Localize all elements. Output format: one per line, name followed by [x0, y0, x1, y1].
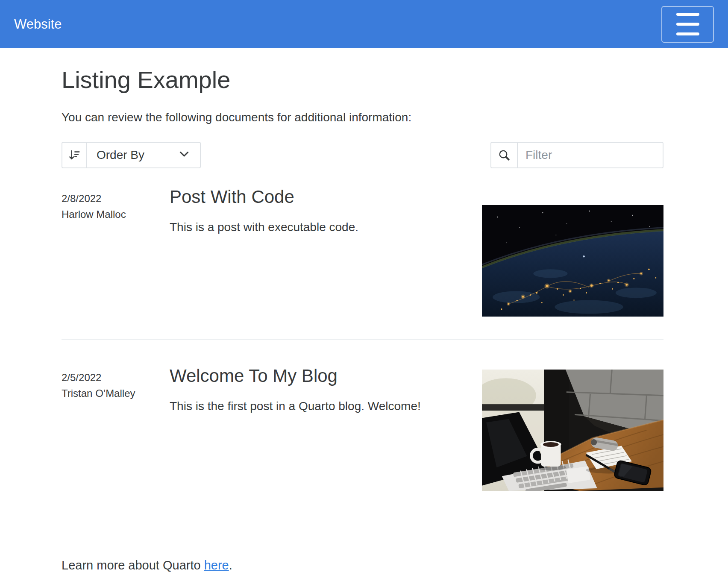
- post-description: This is the first post in a Quarto blog.…: [170, 395, 439, 417]
- post-title-link[interactable]: Welcome To My Blog: [170, 366, 338, 386]
- post-author: Tristan O’Malley: [62, 385, 170, 401]
- filter-group: [490, 142, 663, 168]
- post-author: Harlow Malloc: [62, 206, 170, 222]
- chevron-down-icon: [178, 147, 191, 163]
- sort-amount-down-icon: [62, 143, 87, 167]
- navbar-title[interactable]: Website: [14, 17, 62, 32]
- order-by-label: Order By: [97, 148, 144, 162]
- menu-toggle-button[interactable]: [661, 6, 714, 43]
- post-date: 2/5/2022: [62, 370, 170, 385]
- post-body: Welcome To My Blog This is the first pos…: [170, 366, 481, 417]
- hamburger-icon: [676, 13, 699, 35]
- footer-suffix: .: [229, 558, 232, 572]
- quarto-link[interactable]: here: [204, 558, 229, 572]
- earth-at-night-image: [482, 205, 663, 317]
- page-title: Listing Example: [62, 65, 663, 94]
- post-thumbnail-desk: [482, 370, 663, 491]
- post-description: This is a post with executable code.: [170, 216, 439, 238]
- list-item-welcome-to-my-blog: 2/5/2022 Tristan O’Malley Welcome To My …: [62, 339, 663, 491]
- desk-workspace-image: [482, 370, 663, 491]
- post-date: 2/8/2022: [62, 191, 170, 206]
- navbar: Website: [0, 0, 728, 48]
- post-title-link[interactable]: Post With Code: [170, 187, 294, 207]
- filter-input[interactable]: [518, 143, 663, 167]
- footer-text: Learn more about Quarto here.: [62, 558, 663, 572]
- magnifying-glass-icon: [491, 143, 518, 167]
- listing-controls: Order By: [62, 142, 663, 168]
- post-body: Post With Code This is a post with execu…: [170, 187, 481, 238]
- intro-text: You can review the following documents f…: [62, 109, 663, 126]
- post-thumbnail-earth: [482, 205, 663, 317]
- main-content: Listing Example You can review the follo…: [62, 65, 663, 572]
- footer-prefix: Learn more about Quarto: [62, 558, 204, 572]
- document-listing: 2/8/2022 Harlow Malloc Post With Code Th…: [62, 187, 663, 491]
- list-item-post-with-code: 2/8/2022 Harlow Malloc Post With Code Th…: [62, 187, 663, 317]
- order-by-dropdown[interactable]: Order By: [62, 142, 201, 168]
- post-metadata: 2/5/2022 Tristan O’Malley: [62, 366, 170, 401]
- post-metadata: 2/8/2022 Harlow Malloc: [62, 187, 170, 222]
